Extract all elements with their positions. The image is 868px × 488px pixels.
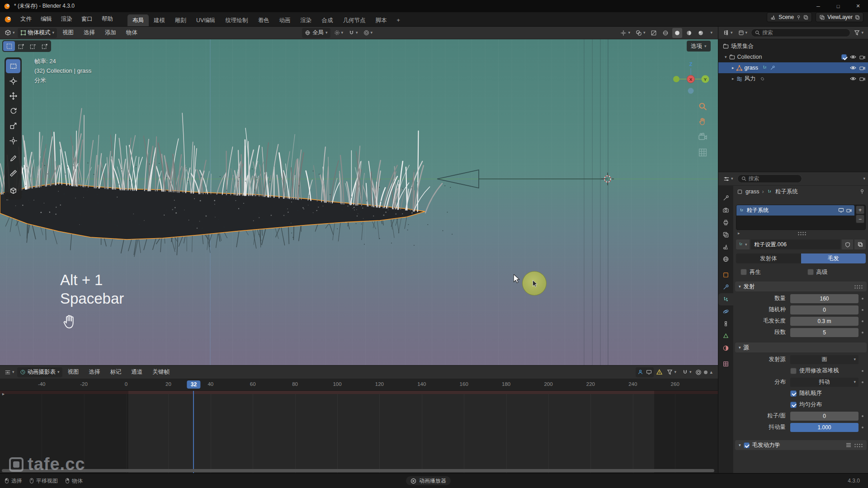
tab-texture[interactable] [718,358,733,370]
tool-scale[interactable] [6,119,20,133]
select-subtract-button[interactable] [27,41,38,51]
hair-dynamics-checkbox[interactable] [744,442,750,448]
modifier-stack-checkbox[interactable] [790,368,797,374]
even-distribution-checkbox[interactable] [790,402,797,408]
collection-checkbox[interactable] [841,54,847,60]
timeline-scrollbar[interactable] [2,469,714,472]
shading-rendered-button[interactable] [696,28,706,38]
viewport-canvas[interactable]: 选项 ▾ 帧率: 24 (32) Collection | grass 分米 A… [0,39,718,365]
decorate-dot[interactable] [859,370,867,372]
workspace-tab-shading[interactable]: 着色 [253,14,274,26]
render-toggle-icon[interactable] [846,208,852,213]
advanced-checkbox[interactable] [807,269,814,275]
shading-dropdown[interactable]: ▾ [708,31,715,35]
workspace-tab-texture-paint[interactable]: 纹理绘制 [220,14,253,26]
tab-output[interactable] [718,216,733,229]
pivot-point-button[interactable]: ▾ [332,28,345,38]
section-hair-dynamics[interactable]: ▾ 毛发动力学 [735,440,867,450]
tab-constraints[interactable] [718,318,733,330]
shading-wireframe-button[interactable] [660,28,670,38]
collapse-chevron[interactable]: ▴ [710,370,712,375]
tl-menu-key[interactable]: 关键帧 [148,368,175,376]
properties-options-dropdown[interactable]: ▾ [863,177,865,181]
advanced-toggle[interactable]: 高级 [803,267,866,277]
display-toggle-icon[interactable] [838,208,844,213]
section-emission[interactable]: ▾ 发射 [735,282,867,291]
show-gizmo-button[interactable]: ▾ [618,28,632,38]
playhead-line[interactable] [193,391,194,474]
gizmo-neg-y-ball[interactable] [673,76,679,82]
expand-icon[interactable]: ▸ [732,66,734,70]
random-order-checkbox[interactable] [790,390,797,397]
tool-cursor[interactable] [6,74,20,88]
remove-particle-system-button[interactable]: − [856,215,864,223]
tab-modifiers[interactable] [718,281,733,293]
auto-snap-dot[interactable] [704,371,708,374]
navigation-gizmo[interactable]: X Y Z [668,56,713,102]
menu-edit[interactable]: 编辑 [36,12,57,26]
add-workspace-button[interactable]: + [392,14,405,26]
tab-hair[interactable]: 毛发 [801,253,866,263]
editor-type-button[interactable]: ▾ [3,28,17,38]
vp-menu-object[interactable]: 物体 [122,29,142,37]
only-selected-icon[interactable] [637,369,643,375]
camera-restrict-icon[interactable] [859,76,865,81]
workspace-tab-sculpting[interactable]: 雕刻 [170,14,191,26]
shading-material-button[interactable] [684,28,694,38]
vp-menu-select[interactable]: 选择 [79,29,99,37]
menu-help[interactable]: 帮助 [97,12,118,26]
outliner-search-input[interactable]: 搜索 [751,28,850,37]
tab-world[interactable] [718,253,733,265]
workspace-tab-scripting[interactable]: 脚本 [370,14,392,26]
filter-funnel-button[interactable]: ▾ [665,367,678,377]
snap-magnet-button[interactable]: ▾ [347,28,360,38]
minimize-button[interactable]: ─ [808,0,828,12]
decorate-dot[interactable] [859,298,867,300]
expand-icon[interactable]: ▸ [738,231,740,235]
particle-systems-list[interactable]: 粒子系统 + − [736,205,866,230]
menu-render[interactable]: 渲染 [57,12,77,26]
menu-window[interactable]: 窗口 [77,12,97,26]
summary-expand-icon[interactable]: ▸ [2,391,5,396]
regrow-checkbox[interactable] [741,269,747,275]
proportional-edit-icon[interactable] [695,369,702,375]
grip-handle[interactable] [854,285,863,289]
outliner-row-grass[interactable]: ▸ grass [718,62,868,73]
tab-material[interactable] [718,342,733,354]
outliner-editor-type-button[interactable]: ▾ [721,28,735,38]
tab-object[interactable] [718,269,733,281]
breadcrumb-system[interactable]: 粒子系统 [775,188,798,196]
pan-hand-icon[interactable] [698,117,708,127]
tool-rotate[interactable] [6,104,20,118]
tl-menu-marker[interactable]: 标记 [106,368,126,376]
camera-view-icon[interactable] [698,132,708,142]
decorate-dot[interactable] [859,309,867,311]
workspace-tab-uv[interactable]: UV编辑 [191,14,220,26]
current-frame-badge[interactable]: 32 [187,380,200,389]
jitter-slider[interactable]: 1.000 [790,423,859,432]
tool-add-cube[interactable] [6,184,20,198]
workspace-tab-layout[interactable]: 布局 [127,14,149,26]
tab-tool[interactable] [718,192,733,204]
copy-datablock-button[interactable] [854,239,866,249]
timeline-ruler[interactable]: -40-200204060801001201401601802002202402… [0,379,718,391]
grip-handle[interactable] [797,231,807,235]
expand-icon[interactable]: ▸ [732,76,734,81]
decorate-dot[interactable] [859,332,867,333]
timeline-tracks[interactable]: ▸ [0,391,718,474]
timeline-editor-type-button[interactable]: ▾ [3,367,16,377]
scene-selector[interactable]: Scene [767,12,812,22]
eye-icon[interactable] [850,76,856,81]
tab-emitter[interactable]: 发射体 [736,253,801,263]
tool-move[interactable] [6,89,20,103]
segments-input[interactable]: 5 [790,328,859,337]
section-source[interactable]: ▾ 源 [735,343,867,352]
tab-particles[interactable] [718,293,733,305]
grip-handle[interactable] [854,443,863,447]
tab-view-layer[interactable] [718,229,733,241]
outliner-display-mode-button[interactable]: ▾ [736,28,750,38]
select-intersect-button[interactable] [38,41,50,51]
select-set-button[interactable] [3,41,15,51]
presets-icon[interactable] [846,443,851,447]
tab-object-data[interactable] [718,330,733,342]
